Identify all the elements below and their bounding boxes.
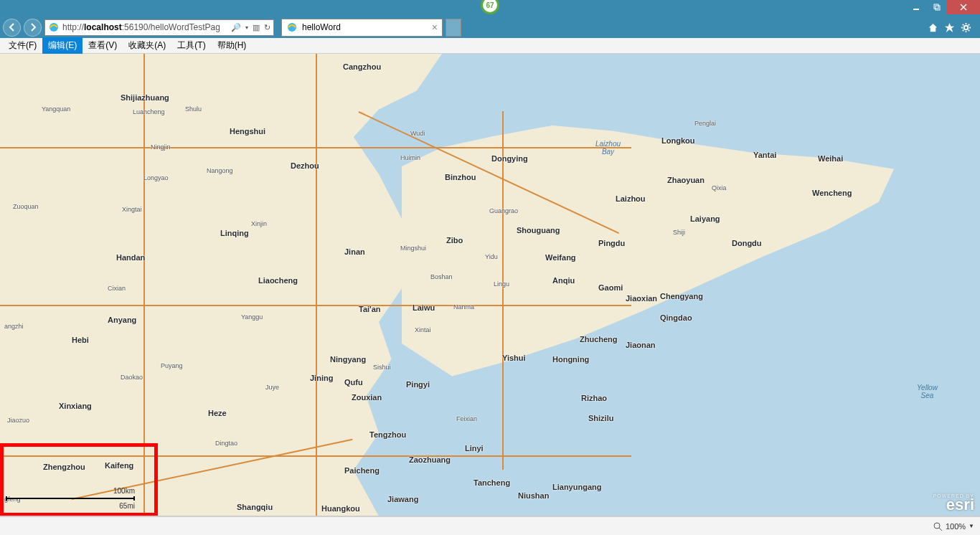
favorites-icon[interactable] xyxy=(944,22,955,33)
refresh-icon[interactable]: ↻ xyxy=(264,23,270,32)
map-city-label: Shouguang xyxy=(517,226,560,235)
menu-tools[interactable]: 工具(T) xyxy=(171,37,211,54)
menu-file[interactable]: 文件(F) xyxy=(3,37,42,54)
map-town-label: Guangrao xyxy=(489,207,518,214)
home-icon[interactable] xyxy=(928,22,938,33)
map-town-label: Xintai xyxy=(415,326,431,333)
map-city-label: Niushan xyxy=(518,491,549,500)
map-city-label: Qingdao xyxy=(660,313,692,322)
map-town-label: Jiaozuo xyxy=(7,417,29,424)
map-city-label: Dezhou xyxy=(291,161,319,170)
new-tab-button[interactable] xyxy=(446,19,461,37)
map-attribution: POWERED BY esri xyxy=(933,493,974,511)
map-town-label: Wudi xyxy=(410,130,425,137)
map-town-label: Mingshui xyxy=(400,245,426,252)
map-city-label: Laizhou xyxy=(616,194,646,203)
map-city-label: Jiawang xyxy=(387,495,418,503)
map-city-label: Ningyang xyxy=(330,355,366,364)
svg-point-5 xyxy=(964,25,969,29)
search-icon[interactable]: 🔎 xyxy=(231,23,241,32)
window-close-button[interactable] xyxy=(947,0,980,14)
forward-button[interactable] xyxy=(24,19,42,37)
svg-rect-0 xyxy=(913,9,919,10)
map-city-label: Wencheng xyxy=(812,189,852,197)
browser-tab[interactable]: helloWord × xyxy=(281,19,443,37)
attribution-prefix: POWERED BY xyxy=(933,493,974,498)
map-city-label: Gaomi xyxy=(598,283,623,292)
zoom-control[interactable]: 100% ▼ xyxy=(933,521,974,531)
svg-point-6 xyxy=(934,523,940,529)
ie-icon xyxy=(286,22,298,33)
map-city-label: Tancheng xyxy=(473,478,510,487)
zoom-icon xyxy=(933,521,943,531)
settings-icon[interactable] xyxy=(961,22,971,33)
map-city-label: Anqiu xyxy=(552,276,575,285)
url-text: http://localhost:56190/helloWordTestPag xyxy=(62,22,228,32)
map-city-label: Longkou xyxy=(661,136,694,145)
window-titlebar: 67 xyxy=(0,0,980,16)
map-city-label: Binzhou xyxy=(445,173,476,181)
map-city-label: Weifang xyxy=(545,253,576,262)
browser-toolbar: http://localhost:56190/helloWordTestPag … xyxy=(0,16,980,38)
map-town-label: Yanggu xyxy=(241,313,263,321)
menu-edit[interactable]: 编辑(E) xyxy=(42,37,83,54)
browser-tools xyxy=(928,22,977,33)
map-town-label: Longyao xyxy=(143,174,169,181)
map-town-label: Juye xyxy=(265,384,279,391)
map-sea-label: YellowSea xyxy=(917,384,938,399)
map-city-label: Pingdu xyxy=(598,239,625,247)
map-city-label: Hengshui xyxy=(230,127,265,136)
map-town-label: Feixian xyxy=(456,415,477,422)
map-city-label: Paicheng xyxy=(344,466,380,475)
map-city-label: Zhaoyuan xyxy=(667,176,705,184)
window-maximize-button[interactable] xyxy=(926,0,947,14)
map-town-label: Cixian xyxy=(108,285,126,292)
map-town-label: Luancheng xyxy=(133,108,165,115)
address-bar[interactable]: http://localhost:56190/helloWordTestPag … xyxy=(44,19,274,36)
svg-rect-2 xyxy=(936,6,940,10)
map-city-label: Handan xyxy=(116,253,145,262)
map-city-label: Shangqiu xyxy=(237,503,273,511)
dropdown-icon[interactable]: ▾ xyxy=(245,24,248,31)
zoom-dropdown-icon[interactable]: ▼ xyxy=(969,523,974,529)
scale-mi-label: 65mi xyxy=(6,502,135,510)
map-city-label: Qufu xyxy=(344,378,363,387)
attribution-logo: esri xyxy=(933,498,974,511)
back-button[interactable] xyxy=(3,19,21,37)
map-city-label: Heze xyxy=(208,409,227,417)
map-city-label: Jiaoxian xyxy=(626,294,657,303)
menu-help[interactable]: 帮助(H) xyxy=(212,37,253,54)
notification-badge[interactable]: 67 xyxy=(481,0,499,14)
map-city-label: Hongning xyxy=(552,355,589,364)
map-city-label: Xinxiang xyxy=(59,402,92,410)
tab-close-button[interactable]: × xyxy=(432,22,438,33)
map-city-label: Linqing xyxy=(220,229,249,237)
map-town-label: Lingu xyxy=(494,280,509,288)
zoom-value: 100% xyxy=(946,522,966,531)
compat-icon[interactable]: ▥ xyxy=(253,23,260,32)
map-town-label: Shiji xyxy=(673,229,685,236)
map-city-label: Yantai xyxy=(753,151,776,159)
map-town-label: Huimin xyxy=(400,154,420,161)
svg-rect-1 xyxy=(934,4,938,9)
map-town-label: Zuoquan xyxy=(13,203,39,210)
tab-title: helloWord xyxy=(302,22,341,32)
menu-view[interactable]: 查看(V) xyxy=(83,37,123,54)
map-city-label: Chengyang xyxy=(660,292,703,300)
map-town-label: Puyang xyxy=(161,362,183,369)
map-city-label: Laiwu xyxy=(413,303,435,312)
status-bar: 100% ▼ xyxy=(0,516,980,535)
map-city-label: Huangkou xyxy=(321,504,360,513)
map-town-label: Qixia xyxy=(712,184,727,191)
menu-favorites[interactable]: 收藏夹(A) xyxy=(123,37,171,54)
map-viewport[interactable]: ShijiazhuangCangzhouHengshuiDezhouBinzho… xyxy=(0,54,980,516)
map-town-label: Penglai xyxy=(694,120,716,127)
map-sea-label: LaizhouBay xyxy=(595,140,621,156)
map-town-label: Dingtao xyxy=(215,440,237,447)
window-minimize-button[interactable] xyxy=(905,0,926,14)
map-city-label: Rizhao xyxy=(581,394,607,402)
map-city-label: Weihai xyxy=(818,154,843,163)
map-city-label: Hebi xyxy=(72,336,89,344)
map-town-label: Ningjin xyxy=(151,143,171,151)
map-city-label: Laiyang xyxy=(690,214,720,223)
